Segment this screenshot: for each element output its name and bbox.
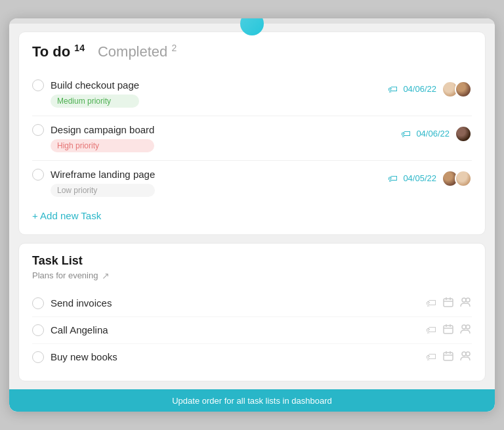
tasklist-item: Buy new books 🏷 [32, 344, 472, 370]
task-checkbox[interactable] [32, 124, 44, 136]
svg-point-4 [462, 298, 466, 302]
tag-action-icon[interactable]: 🏷 [426, 297, 436, 309]
task-item: Build checkout page Medium priority 🏷 04… [32, 74, 472, 113]
svg-rect-12 [444, 353, 453, 360]
completed-count: 2 [171, 43, 177, 53]
avatars-group [442, 170, 472, 187]
people-action-icon[interactable] [460, 297, 472, 310]
task-title: Design campaign board [51, 124, 154, 135]
task-left: Design campaign board High priority [32, 124, 154, 152]
task-left: Wireframe landing page Low priority [32, 169, 155, 197]
tasklist-left: Send invoices [32, 297, 112, 309]
avatars-group [442, 81, 472, 98]
add-task-label: + Add new Task [32, 210, 101, 221]
svg-point-10 [462, 325, 466, 329]
calendar-action-icon[interactable] [443, 297, 453, 310]
task-checkbox[interactable] [32, 351, 44, 363]
task-item: Design campaign board High priority 🏷 04… [32, 119, 472, 158]
people-action-icon[interactable] [460, 324, 472, 337]
tasklist-icons: 🏷 [426, 297, 472, 310]
avatar [455, 170, 472, 187]
add-task-row: + Add new Task [32, 202, 472, 224]
avatar [455, 81, 472, 98]
task-list-title: Task List [32, 254, 472, 268]
tabs-row: To do 14 Completed 2 [32, 43, 472, 60]
svg-rect-6 [444, 326, 453, 333]
tab-completed[interactable]: Completed 2 [98, 43, 177, 60]
task-checkbox[interactable] [32, 169, 44, 181]
task-checkbox[interactable] [32, 297, 44, 309]
svg-rect-0 [444, 299, 453, 307]
task-left: Build checkout page Medium priority [32, 79, 139, 108]
task-title: Build checkout page [51, 79, 139, 91]
tasklist-item: Send invoices 🏷 [32, 290, 472, 317]
task-item: Wireframe landing page Low priority 🏷 04… [32, 163, 472, 202]
task-date: 04/06/22 [403, 84, 436, 94]
tag-icon: 🏷 [401, 128, 411, 139]
priority-badge: Low priority [51, 184, 155, 197]
bottom-notification-bar[interactable]: Update order for all task lists in dashb… [9, 389, 495, 412]
calendar-action-icon[interactable] [443, 351, 453, 364]
tasklist-title: Buy new books [51, 351, 117, 362]
plans-label: Plans for evening [32, 270, 98, 280]
tag-action-icon[interactable]: 🏷 [426, 324, 436, 336]
todo-label: To do [32, 44, 70, 60]
avatars-group [455, 125, 472, 142]
tasklist-item: Call Angelina 🏷 [32, 317, 472, 344]
top-bar [9, 18, 495, 24]
task-title-row: Build checkout page [32, 79, 139, 91]
tasklist-icons: 🏷 [426, 351, 472, 364]
task-title-row: Design campaign board [32, 124, 154, 136]
app-container: To do 14 Completed 2 Build checkout page… [9, 18, 495, 411]
people-action-icon[interactable] [460, 351, 472, 364]
svg-point-17 [466, 352, 470, 356]
tag-icon: 🏷 [388, 83, 398, 95]
svg-point-11 [466, 325, 470, 329]
plans-row: Plans for evening ↗ [32, 270, 472, 281]
task-checkbox[interactable] [32, 79, 44, 91]
task-list-section: Task List Plans for evening ↗ Send invoi… [18, 243, 486, 381]
task-date: 04/06/22 [416, 129, 450, 139]
calendar-action-icon[interactable] [443, 324, 453, 337]
task-checkbox[interactable] [32, 324, 44, 336]
completed-label: Completed [98, 44, 167, 60]
divider [32, 160, 472, 161]
tag-icon: 🏷 [388, 173, 398, 184]
task-right: 🏷 04/05/22 [388, 169, 472, 187]
tasklist-left: Buy new books [32, 351, 117, 363]
todo-count: 14 [74, 43, 85, 53]
svg-point-16 [462, 352, 466, 356]
svg-point-5 [466, 298, 470, 302]
add-task-button[interactable]: + Add new Task [32, 210, 101, 221]
priority-badge: Medium priority [51, 95, 139, 108]
avatar [455, 125, 472, 142]
tag-action-icon[interactable]: 🏷 [426, 351, 436, 363]
task-title: Wireframe landing page [51, 169, 155, 180]
todo-section: To do 14 Completed 2 Build checkout page… [18, 32, 486, 234]
share-icon[interactable]: ↗ [102, 270, 110, 281]
task-title-row: Wireframe landing page [32, 169, 155, 181]
task-right: 🏷 04/06/22 [401, 124, 472, 142]
task-right: 🏷 04/06/22 [388, 79, 472, 98]
tasklist-title: Send invoices [51, 297, 112, 309]
tasklist-title: Call Angelina [51, 324, 108, 335]
tab-todo[interactable]: To do 14 [32, 43, 85, 60]
bottom-bar-text: Update order for all task lists in dashb… [172, 396, 332, 406]
tasklist-left: Call Angelina [32, 324, 108, 336]
priority-badge: High priority [51, 139, 154, 152]
task-date: 04/05/22 [403, 173, 436, 183]
tasklist-icons: 🏷 [426, 324, 472, 337]
divider [32, 116, 472, 116]
